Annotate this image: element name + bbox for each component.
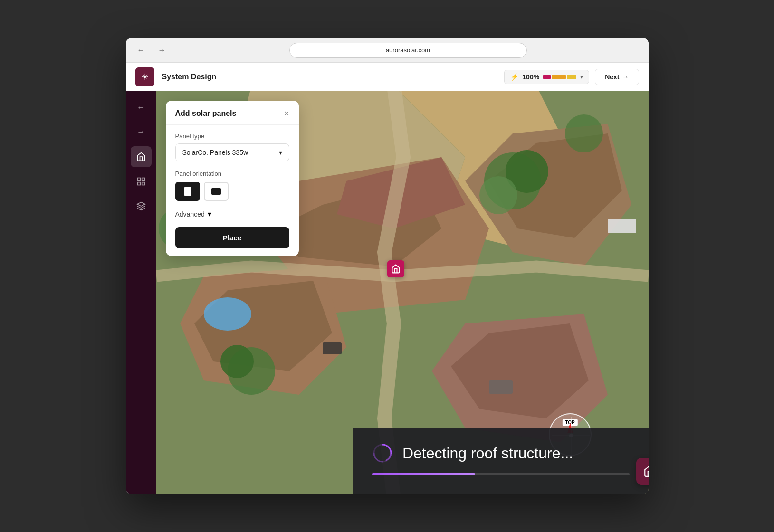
loading-spinner (372, 443, 393, 464)
svg-point-27 (204, 297, 251, 331)
app-logo: ☀ (135, 67, 154, 86)
energy-bar (543, 75, 576, 79)
progress-bar-fill (372, 473, 475, 475)
svg-rect-3 (142, 182, 144, 185)
landscape-icon (211, 188, 221, 195)
corner-home-button[interactable] (636, 458, 649, 484)
modal-header: Add solar panels × (166, 101, 299, 125)
browser-chrome: ← → aurorasolar.com (126, 38, 649, 63)
progress-bar-container (372, 473, 630, 475)
modal-close-button[interactable]: × (284, 109, 289, 118)
sidebar-item-grid[interactable] (131, 171, 152, 192)
sidebar-item-layers[interactable] (131, 196, 152, 217)
url-bar[interactable]: aurorasolar.com (289, 43, 527, 58)
orientation-landscape-button[interactable] (204, 182, 229, 201)
bar-segment-red (543, 75, 551, 79)
back-nav-button[interactable]: ← (134, 44, 149, 57)
bar-segment-orange (552, 75, 566, 79)
energy-dropdown-icon: ▾ (580, 74, 583, 80)
map-area[interactable]: Add solar panels × Panel type SolarCo. P… (156, 91, 649, 494)
app-title: System Design (162, 73, 505, 81)
home-map-marker[interactable] (387, 260, 404, 277)
logo-icon: ☀ (141, 72, 149, 82)
sidebar: ← → (126, 91, 156, 494)
energy-icon: ⚡ (510, 73, 518, 81)
orientation-portrait-button[interactable] (175, 182, 200, 201)
modal-title: Add solar panels (175, 109, 237, 118)
header-right: ⚡ 100% ▾ Next → (504, 69, 639, 85)
panel-type-label: Panel type (175, 133, 289, 140)
add-solar-panels-modal: Add solar panels × Panel type SolarCo. P… (166, 101, 299, 256)
svg-point-21 (220, 345, 254, 378)
svg-rect-24 (608, 219, 636, 233)
detecting-text: Detecting roof structure... (402, 445, 573, 462)
orientation-section: Panel orientation (175, 170, 289, 201)
modal-body: Panel type SolarCo. Panels 335w ▾ Panel … (166, 125, 299, 256)
sidebar-item-home[interactable] (131, 146, 152, 167)
next-button[interactable]: Next → (595, 69, 639, 85)
svg-rect-26 (489, 380, 513, 394)
detecting-row: Detecting roof structure... (372, 443, 573, 464)
svg-rect-25 (323, 342, 342, 354)
energy-indicator[interactable]: ⚡ 100% ▾ (504, 70, 589, 84)
svg-rect-0 (137, 178, 140, 181)
svg-marker-4 (137, 202, 145, 206)
svg-rect-2 (137, 182, 140, 185)
bar-segment-yellow (567, 75, 576, 79)
orientation-options (175, 182, 289, 201)
detecting-overlay: Detecting roof structure... (353, 428, 649, 494)
advanced-label: Advanced (175, 210, 205, 218)
energy-percentage: 100% (522, 73, 539, 81)
portrait-icon (184, 187, 191, 196)
svg-point-19 (479, 176, 517, 214)
sidebar-item-forward[interactable]: → (131, 122, 152, 142)
advanced-toggle[interactable]: Advanced ▾ (175, 209, 289, 218)
orientation-label: Panel orientation (175, 170, 289, 177)
advanced-chevron-icon: ▾ (208, 209, 211, 218)
forward-nav-button[interactable]: → (154, 44, 170, 57)
svg-rect-1 (142, 178, 144, 181)
main-content: ← → (126, 91, 649, 494)
svg-point-22 (565, 114, 603, 152)
place-button[interactable]: Place (175, 227, 289, 248)
panel-type-select[interactable]: SolarCo. Panels 335w ▾ (175, 143, 289, 162)
sidebar-item-back[interactable]: ← (131, 97, 152, 118)
app-header: ☀ System Design ⚡ 100% ▾ Next → (126, 63, 649, 91)
